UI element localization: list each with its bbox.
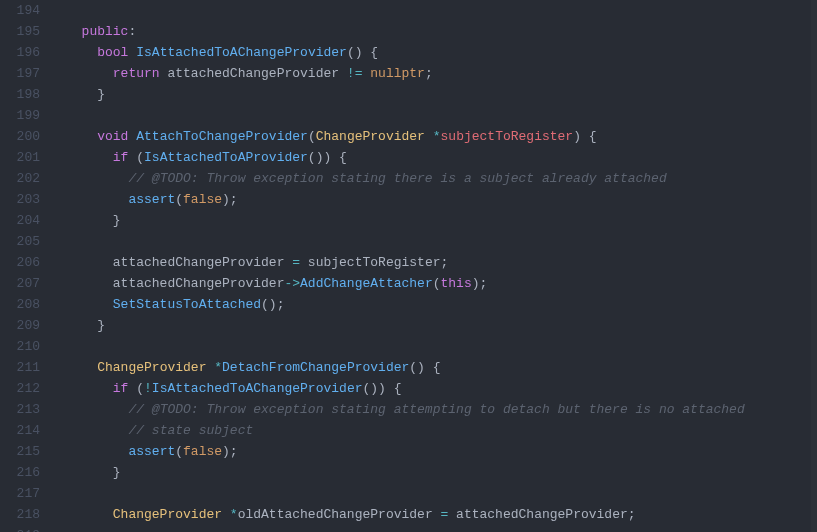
token: ChangeProvider bbox=[113, 507, 222, 522]
token: (); bbox=[261, 297, 284, 312]
line-number: 206 bbox=[8, 252, 40, 273]
code-line[interactable]: SetStatusToAttached(); bbox=[66, 294, 745, 315]
token: bool bbox=[97, 45, 128, 60]
token: ()) { bbox=[362, 381, 401, 396]
token: nullptr bbox=[370, 66, 425, 81]
code-line[interactable]: assert(false); bbox=[66, 189, 745, 210]
token: false bbox=[183, 444, 222, 459]
token: -> bbox=[284, 276, 300, 291]
token: () { bbox=[347, 45, 378, 60]
token: void bbox=[97, 129, 128, 144]
token: // state subject bbox=[128, 423, 253, 438]
code-line[interactable]: bool IsAttachedToAChangeProvider() { bbox=[66, 42, 745, 63]
token: SetStatusToAttached bbox=[113, 297, 261, 312]
token: return bbox=[113, 66, 160, 81]
line-number: 208 bbox=[8, 294, 40, 315]
code-area[interactable]: public: bool IsAttachedToAChangeProvider… bbox=[52, 0, 745, 532]
token: assert bbox=[128, 192, 175, 207]
token: if bbox=[113, 150, 129, 165]
code-line[interactable] bbox=[66, 231, 745, 252]
line-number: 203 bbox=[8, 189, 40, 210]
token: * bbox=[433, 129, 441, 144]
code-line[interactable]: attachedChangeProvider->AddChangeAttache… bbox=[66, 273, 745, 294]
token: subjectToRegister bbox=[441, 129, 574, 144]
token: if bbox=[113, 381, 129, 396]
code-line[interactable]: ChangeProvider *oldAttachedChangeProvide… bbox=[66, 504, 745, 525]
code-line[interactable]: // @TODO: Throw exception stating attemp… bbox=[66, 399, 745, 420]
code-line[interactable]: attachedChangeProvider = subjectToRegist… bbox=[66, 252, 745, 273]
line-number: 211 bbox=[8, 357, 40, 378]
token: attachedChangeProvider; bbox=[448, 507, 635, 522]
token: ); bbox=[222, 444, 238, 459]
token: attachedChangeProvider bbox=[113, 255, 292, 270]
token: ()) { bbox=[308, 150, 347, 165]
code-line[interactable]: void AttachToChangeProvider(ChangeProvid… bbox=[66, 126, 745, 147]
line-number: 218 bbox=[8, 504, 40, 525]
token: } bbox=[113, 213, 121, 228]
token: ( bbox=[175, 444, 183, 459]
code-line[interactable] bbox=[66, 0, 745, 21]
token: } bbox=[113, 465, 121, 480]
token: ); bbox=[222, 192, 238, 207]
token: * bbox=[214, 360, 222, 375]
code-line[interactable]: } bbox=[66, 84, 745, 105]
line-number: 204 bbox=[8, 210, 40, 231]
code-line[interactable]: public: bbox=[66, 21, 745, 42]
line-number: 209 bbox=[8, 315, 40, 336]
code-line[interactable] bbox=[66, 525, 745, 532]
line-number: 205 bbox=[8, 231, 40, 252]
line-number: 210 bbox=[8, 336, 40, 357]
token: : bbox=[128, 24, 136, 39]
token: AttachToChangeProvider bbox=[136, 129, 308, 144]
line-number: 212 bbox=[8, 378, 40, 399]
code-line[interactable]: // @TODO: Throw exception stating there … bbox=[66, 168, 745, 189]
code-line[interactable]: } bbox=[66, 315, 745, 336]
scrollbar[interactable] bbox=[811, 0, 817, 532]
token: subjectToRegister; bbox=[300, 255, 448, 270]
token: = bbox=[292, 255, 300, 270]
token: ChangeProvider bbox=[97, 360, 206, 375]
line-number-gutter: 1941951961971981992002012022032042052062… bbox=[0, 0, 52, 532]
line-number: 196 bbox=[8, 42, 40, 63]
line-number: 194 bbox=[8, 0, 40, 21]
line-number: 195 bbox=[8, 21, 40, 42]
code-line[interactable]: assert(false); bbox=[66, 441, 745, 462]
token: this bbox=[441, 276, 472, 291]
token: AddChangeAttacher bbox=[300, 276, 433, 291]
line-number: 201 bbox=[8, 147, 40, 168]
token bbox=[425, 129, 433, 144]
token: ( bbox=[128, 381, 144, 396]
line-number: 199 bbox=[8, 105, 40, 126]
code-line[interactable]: return attachedChangeProvider != nullptr… bbox=[66, 63, 745, 84]
code-line[interactable] bbox=[66, 105, 745, 126]
token: () { bbox=[409, 360, 440, 375]
token: attachedChangeProvider bbox=[160, 66, 347, 81]
token: // @TODO: Throw exception stating there … bbox=[128, 171, 666, 186]
token: } bbox=[97, 318, 105, 333]
token: IsAttachedToAChangeProvider bbox=[152, 381, 363, 396]
token: false bbox=[183, 192, 222, 207]
line-number: 217 bbox=[8, 483, 40, 504]
token: ( bbox=[308, 129, 316, 144]
token: // @TODO: Throw exception stating attemp… bbox=[128, 402, 744, 417]
code-line[interactable]: if (!IsAttachedToAChangeProvider()) { bbox=[66, 378, 745, 399]
token: assert bbox=[128, 444, 175, 459]
code-line[interactable]: if (IsAttachedToAProvider()) { bbox=[66, 147, 745, 168]
code-line[interactable] bbox=[66, 483, 745, 504]
code-line[interactable]: } bbox=[66, 210, 745, 231]
token: ( bbox=[175, 192, 183, 207]
code-line[interactable]: // state subject bbox=[66, 420, 745, 441]
code-line[interactable]: ChangeProvider *DetachFromChangeProvider… bbox=[66, 357, 745, 378]
token: ChangeProvider bbox=[316, 129, 425, 144]
code-editor[interactable]: 1941951961971981992002012022032042052062… bbox=[0, 0, 817, 532]
token bbox=[222, 507, 230, 522]
code-line[interactable]: } bbox=[66, 462, 745, 483]
line-number: 198 bbox=[8, 84, 40, 105]
token: ( bbox=[433, 276, 441, 291]
line-number: 200 bbox=[8, 126, 40, 147]
token: IsAttachedToAChangeProvider bbox=[136, 45, 347, 60]
token: } bbox=[97, 87, 105, 102]
line-number: 197 bbox=[8, 63, 40, 84]
line-number: 216 bbox=[8, 462, 40, 483]
code-line[interactable] bbox=[66, 336, 745, 357]
